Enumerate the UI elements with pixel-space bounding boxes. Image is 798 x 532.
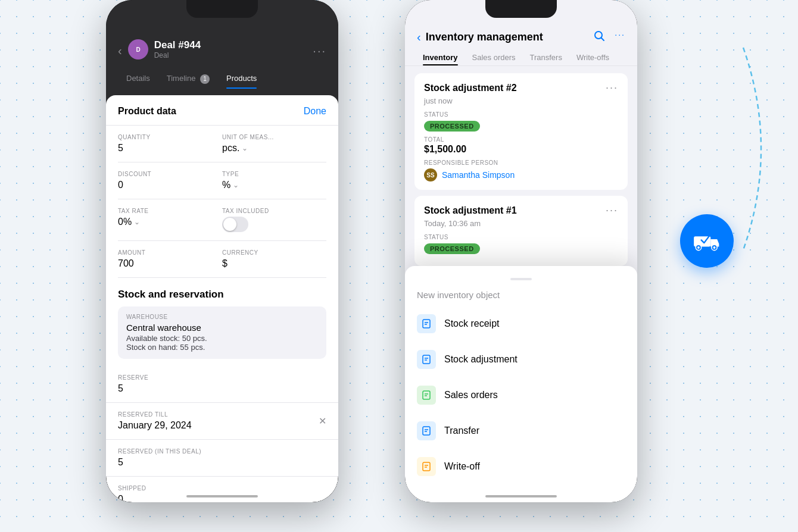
reserved-till-close-button[interactable]: ✕ <box>319 415 326 427</box>
tab-sales-orders[interactable]: Sales orders <box>466 49 522 65</box>
warehouse-name: Central warehouse <box>126 323 318 333</box>
phone-left-screen: ‹ D Deal #944 Deal <box>106 0 338 502</box>
sheet-item-stock-receipt[interactable]: Stock receipt <box>405 306 637 342</box>
field-value-reserved-till: January 29, 2024 <box>118 420 192 431</box>
svg-rect-12 <box>423 355 430 364</box>
svg-rect-21 <box>423 462 430 471</box>
deal-avatar: D <box>128 39 148 60</box>
sheet-item-stock-adjustment[interactable]: Stock adjustment <box>405 342 637 377</box>
field-currency[interactable]: CURRENCY $ <box>222 241 326 278</box>
new-inventory-bottom-sheet: New inventory object Stock receipt <box>405 266 637 502</box>
field-label-amount: AMOUNT <box>118 249 222 256</box>
field-reserved-deal[interactable]: RESERVED (IN THIS DEAL) 5 <box>106 440 338 477</box>
sales-orders-icon <box>417 386 436 405</box>
phone-left: ‹ D Deal #944 Deal <box>106 0 338 502</box>
field-reserve[interactable]: RESERVE 5 <box>106 366 338 403</box>
dots-menu-right[interactable]: ··· <box>615 30 625 45</box>
available-stock: Available stock: 50 pcs. <box>126 334 318 343</box>
adj2-resp-label: RESPONSIBLE PERSON <box>424 159 618 166</box>
field-value-reserved-deal: 5 <box>118 457 326 468</box>
sheet-item-writeoff[interactable]: Write-off <box>405 449 637 484</box>
adj2-dots-menu[interactable]: ··· <box>606 82 618 94</box>
delivery-truck-circle <box>680 214 734 268</box>
sheet-item-label-writeoff: Write-off <box>444 461 480 472</box>
search-button-right[interactable] <box>593 30 605 45</box>
tab-products[interactable]: Products <box>218 69 265 89</box>
svg-text:D: D <box>136 46 140 53</box>
field-value-taxrate: 0% ⌄ <box>118 217 222 227</box>
delivery-truck-icon <box>692 226 722 256</box>
field-amount[interactable]: AMOUNT 700 <box>118 241 222 278</box>
sheet-item-sales-orders[interactable]: Sales orders <box>405 377 637 413</box>
adj1-dots-menu[interactable]: ··· <box>606 204 618 217</box>
adj1-status-row: STATUS PROCESSED <box>424 234 618 254</box>
field-shipped[interactable]: SHIPPED 0 <box>106 477 338 502</box>
stock-adjustment-1-card[interactable]: Stock adjustment #1 ··· Today, 10:36 am … <box>414 196 628 266</box>
product-data-modal: Product data Done QUANTITY 5 UNIT OF MEA… <box>106 95 338 502</box>
adj2-resp-row: RESPONSIBLE PERSON SS Samantha Simpson <box>424 159 618 181</box>
field-taxrate[interactable]: TAX RATE 0% ⌄ <box>118 199 222 241</box>
back-button-right[interactable]: ‹ <box>417 30 421 44</box>
adj2-status-badge: PROCESSED <box>424 121 480 132</box>
deal-dots-menu[interactable]: ··· <box>313 44 326 58</box>
field-label-shipped: SHIPPED <box>118 485 326 492</box>
phone-right-screen: ‹ Inventory management ··· Inventory Sal… <box>405 0 637 502</box>
svg-rect-18 <box>423 427 430 435</box>
field-value-type: % ⌄ <box>222 180 326 190</box>
sheet-item-label-stock-adjustment: Stock adjustment <box>444 354 518 365</box>
field-taxincluded[interactable]: TAX INCLUDED <box>222 199 326 241</box>
field-label-taxrate: TAX RATE <box>118 208 222 214</box>
warehouse-label: WAREHOUSE <box>126 314 318 320</box>
resp-avatar: SS <box>424 168 437 181</box>
field-value-reserve: 5 <box>118 383 326 394</box>
adj2-total-value: $1,500.00 <box>424 144 618 155</box>
reserved-till-row: RESERVED TILL January 29, 2024 ✕ <box>106 403 338 440</box>
field-grid: QUANTITY 5 UNIT OF MEAS... pcs. ⌄ DISCOU… <box>106 126 338 278</box>
field-unit[interactable]: UNIT OF MEAS... pcs. ⌄ <box>222 126 326 162</box>
tab-transfers[interactable]: Transfers <box>524 49 568 65</box>
adj2-time: just now <box>424 96 618 105</box>
field-value-amount: 700 <box>118 258 222 269</box>
stock-section-title: Stock and reservation <box>106 278 338 306</box>
svg-rect-15 <box>423 391 430 399</box>
transfer-icon <box>417 421 436 440</box>
tab-inventory[interactable]: Inventory <box>417 49 464 65</box>
field-type[interactable]: TYPE % ⌄ <box>222 162 326 199</box>
field-label-currency: CURRENCY <box>222 249 326 256</box>
adj2-title: Stock adjustment #2 <box>424 83 517 93</box>
stock-adjustment-2-card[interactable]: Stock adjustment #2 ··· just now STATUS … <box>414 73 628 190</box>
field-value-unit: pcs. ⌄ <box>222 143 326 154</box>
field-label-quantity: QUANTITY <box>118 134 222 140</box>
svg-line-8 <box>601 38 604 41</box>
sheet-item-label-stock-receipt: Stock receipt <box>444 318 499 329</box>
tax-included-toggle[interactable] <box>222 217 248 232</box>
writeoff-icon <box>417 457 436 476</box>
field-value-quantity: 5 <box>118 143 222 154</box>
modal-done-button[interactable]: Done <box>304 106 326 117</box>
sheet-item-transfer[interactable]: Transfer <box>405 413 637 449</box>
adj1-status-badge: PROCESSED <box>424 243 480 254</box>
field-quantity[interactable]: QUANTITY 5 <box>118 126 222 162</box>
tab-writeoffs[interactable]: Write-offs <box>571 49 615 65</box>
deal-title: Deal #944 <box>154 39 201 51</box>
adj1-time: Today, 10:36 am <box>424 219 618 228</box>
adj2-total-row: TOTAL $1,500.00 <box>424 136 618 155</box>
modal-title: Product data <box>118 106 176 117</box>
field-label-reserved-deal: RESERVED (IN THIS DEAL) <box>118 448 326 455</box>
phone-notch-left <box>186 0 258 18</box>
tab-details[interactable]: Details <box>118 69 158 89</box>
phone-left-tabbar: Details Timeline 1 Products <box>118 67 326 89</box>
field-label-type: TYPE <box>222 171 326 177</box>
back-button-left[interactable]: ‹ <box>118 44 122 58</box>
svg-rect-9 <box>423 320 430 328</box>
tab-timeline[interactable]: Timeline 1 <box>158 69 218 89</box>
field-discount[interactable]: DISCOUNT 0 <box>118 162 222 199</box>
sheet-drag-handle <box>510 278 532 280</box>
adj1-status-label: STATUS <box>424 234 618 240</box>
field-value-discount: 0 <box>118 180 222 190</box>
adj2-total-label: TOTAL <box>424 136 618 143</box>
field-label-discount: DISCOUNT <box>118 171 222 177</box>
sheet-title: New inventory object <box>405 290 637 306</box>
stock-receipt-icon <box>417 314 436 333</box>
field-label-reserve: RESERVE <box>118 374 326 381</box>
